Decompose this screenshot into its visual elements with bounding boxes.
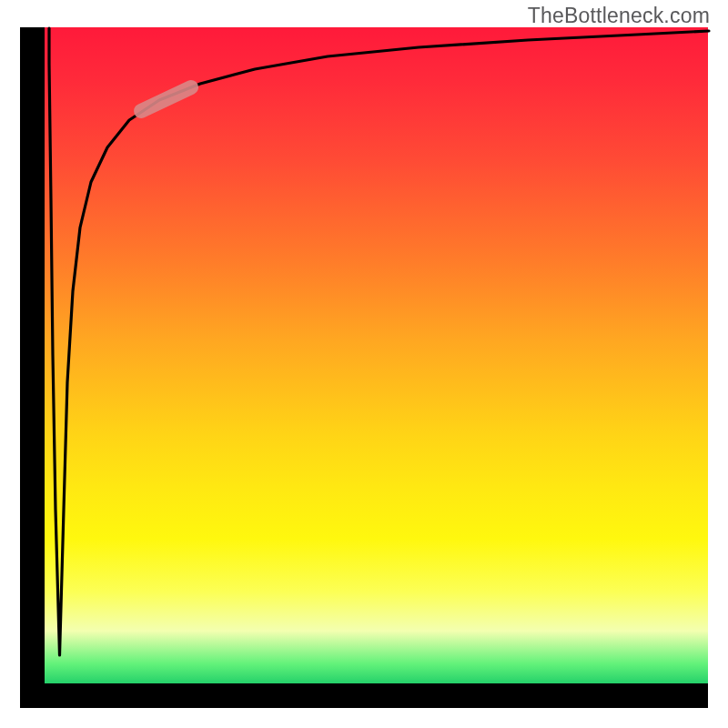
chart-container: TheBottleneck.com <box>0 0 728 728</box>
plot-gradient <box>45 27 708 683</box>
watermark-label: TheBottleneck.com <box>528 4 710 28</box>
